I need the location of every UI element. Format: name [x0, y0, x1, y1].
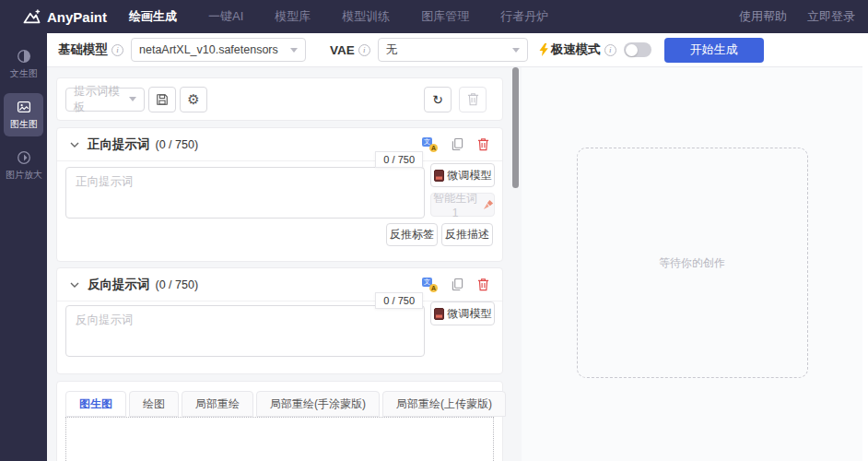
- header-right: 使用帮助 立即登录: [739, 8, 855, 25]
- generation-toolbar: 基础模型 i netaArtXL_v10.safetensors VAE i 无…: [47, 33, 868, 67]
- sidebar-item-text-to-image[interactable]: 文生图: [4, 42, 43, 86]
- save-template-button[interactable]: [148, 87, 176, 112]
- nav-item-xingzhe-danlu[interactable]: 行者丹炉: [500, 8, 548, 25]
- smart-words-button[interactable]: 智能生词 1: [430, 193, 495, 217]
- tab-inpaint-upload-mask[interactable]: 局部重绘(上传蒙版): [382, 391, 506, 417]
- char-count: (0 / 750): [156, 278, 199, 291]
- turbo-mode-label: 极速模式: [551, 41, 601, 58]
- tab-inpaint[interactable]: 局部重绘: [182, 391, 253, 417]
- sidebar-item-label: 图片放大: [6, 169, 42, 181]
- panel-scrollbar-thumb[interactable]: [512, 67, 519, 188]
- negative-prompt-section: 反向提示词 (0 / 750) 文A: [56, 267, 503, 374]
- mode-tabs: 图生图 绘图 局部重绘 局部重绘(手涂蒙版) 局部重绘(上传蒙版): [65, 391, 494, 417]
- result-panel: 等待你的创作: [522, 67, 862, 461]
- reverse-caption-button[interactable]: 反推描述: [441, 223, 493, 246]
- login-link[interactable]: 立即登录: [807, 8, 855, 25]
- result-placeholder-text: 等待你的创作: [659, 255, 725, 271]
- app-header: AnyPaint 绘画生成 一键AI 模型库 模型训练 图库管理 行者丹炉 使用…: [0, 0, 868, 33]
- image-to-image-icon: [17, 100, 31, 114]
- settings-panel: 提示词模板 ⚙ ↻: [47, 67, 522, 461]
- delete-icon[interactable]: [477, 137, 489, 151]
- vae-label: VAE: [330, 43, 355, 57]
- chevron-down-icon: [512, 48, 520, 53]
- positive-prompt-header: 正向提示词 (0 / 750) 文A: [57, 128, 502, 161]
- base-model-label: 基础模型: [58, 41, 108, 58]
- vae-select[interactable]: 无: [378, 38, 528, 62]
- tab-img2img[interactable]: 图生图: [65, 391, 126, 417]
- copy-icon[interactable]: [452, 137, 463, 151]
- history-button[interactable]: ↻: [424, 87, 452, 112]
- sidebar-item-image-upscale[interactable]: 图片放大: [4, 144, 43, 187]
- positive-counter-tooltip: 0 / 750: [375, 151, 423, 168]
- nav-item-one-click-ai[interactable]: 一键AI: [208, 8, 243, 25]
- delete-icon[interactable]: [477, 278, 489, 291]
- chevron-down-icon: [290, 48, 298, 53]
- finetune-model-icon: [434, 170, 444, 182]
- chevron-down-icon: [129, 97, 136, 101]
- prompt-template-select[interactable]: 提示词模板: [65, 88, 145, 112]
- translate-icon[interactable]: 文A: [422, 278, 438, 292]
- text-to-image-icon: [17, 49, 31, 64]
- collapse-chevron-icon[interactable]: [70, 142, 79, 148]
- brand[interactable]: AnyPaint: [22, 9, 107, 25]
- section-title: 正向提示词: [88, 136, 150, 153]
- prompt-template-bar: 提示词模板 ⚙ ↻: [56, 77, 503, 121]
- negative-counter-tooltip: 0 / 750: [375, 292, 423, 309]
- negative-prompt-header: 反向提示词 (0 / 750) 文A: [57, 268, 502, 301]
- tab-sketch[interactable]: 绘图: [129, 391, 179, 417]
- translate-icon[interactable]: 文A: [422, 137, 438, 152]
- start-generate-button[interactable]: 开始生成: [664, 38, 764, 63]
- nav-item-gallery-manage[interactable]: 图库管理: [421, 8, 469, 25]
- turbo-mode-toggle[interactable]: [624, 42, 651, 57]
- save-icon: [156, 93, 169, 106]
- anypaint-logo-icon: [22, 9, 41, 25]
- vae-value: 无: [386, 42, 398, 58]
- negative-prompt-input[interactable]: [65, 305, 425, 357]
- vae-info-icon[interactable]: i: [358, 44, 370, 56]
- image-upscale-icon: [17, 150, 31, 165]
- clear-button[interactable]: [459, 87, 487, 112]
- trash-icon: [467, 92, 479, 106]
- turbo-info-icon[interactable]: i: [604, 44, 616, 56]
- nav-item-paint-generate[interactable]: 绘画生成: [129, 8, 177, 25]
- image-source-section: 图生图 绘图 局部重绘 局部重绘(手涂蒙版) 局部重绘(上传蒙版): [56, 381, 503, 461]
- sidebar-item-image-to-image[interactable]: 图生图: [4, 93, 43, 136]
- base-model-info-icon[interactable]: i: [111, 44, 123, 56]
- result-placeholder-box: 等待你的创作: [577, 148, 808, 378]
- nav-item-model-training[interactable]: 模型训练: [342, 8, 390, 25]
- sidebar-item-label: 文生图: [10, 67, 38, 79]
- window-scrollbar-track[interactable]: [862, 33, 868, 461]
- char-count: (0 / 750): [156, 138, 199, 151]
- positive-prompt-section: 正向提示词 (0 / 750) 文A: [56, 127, 503, 262]
- history-icon: ↻: [432, 93, 443, 106]
- brand-name: AnyPaint: [47, 9, 107, 25]
- tab-inpaint-hand-mask[interactable]: 局部重绘(手涂蒙版): [256, 391, 380, 417]
- help-link[interactable]: 使用帮助: [739, 8, 787, 25]
- gear-icon: ⚙: [187, 92, 199, 106]
- image-upload-dropzone[interactable]: [65, 417, 494, 461]
- base-model-value: netaArtXL_v10.safetensors: [139, 43, 278, 56]
- toggle-knob: [626, 44, 638, 56]
- finetune-model-button[interactable]: 微调模型: [430, 163, 495, 187]
- finetune-model-button[interactable]: 微调模型: [430, 301, 495, 325]
- sidebar-item-label: 图生图: [10, 118, 38, 130]
- copy-icon[interactable]: [452, 278, 463, 291]
- positive-prompt-input[interactable]: [65, 167, 425, 219]
- brush-icon: [483, 199, 494, 210]
- collapse-chevron-icon[interactable]: [70, 282, 79, 288]
- left-sidebar: 文生图 图生图 图片放大: [0, 33, 47, 461]
- prompt-template-placeholder: 提示词模板: [74, 84, 123, 115]
- nav-item-model-library[interactable]: 模型库: [275, 8, 311, 25]
- base-model-select[interactable]: netaArtXL_v10.safetensors: [131, 38, 306, 62]
- section-title: 反向提示词: [88, 277, 150, 293]
- finetune-model-icon: [434, 308, 444, 320]
- reverse-tags-button[interactable]: 反推标签: [386, 223, 438, 246]
- lightning-icon: [539, 43, 548, 56]
- template-settings-button[interactable]: ⚙: [180, 87, 207, 112]
- main-nav: 绘画生成 一键AI 模型库 模型训练 图库管理 行者丹炉: [129, 8, 548, 25]
